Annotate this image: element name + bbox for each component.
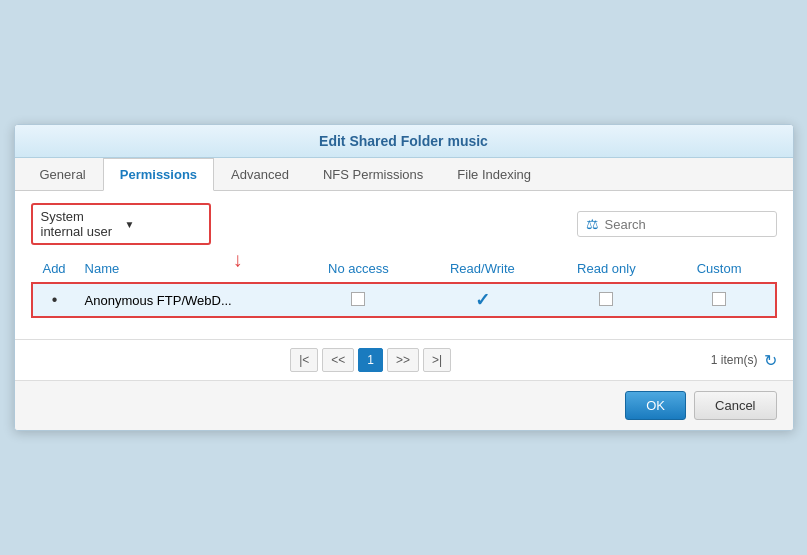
permissions-table: Add Name No access Read/Write Read only [31,255,777,317]
no-access-checkbox[interactable] [351,292,365,306]
row-no-access-cell[interactable] [302,283,415,318]
row-read-only-cell[interactable] [550,283,663,318]
permissions-content: System internal user ▼ ⚖ ↑ Add [15,191,793,329]
col-name[interactable]: Name [77,255,302,283]
row-name-cell: Anonymous FTP/WebD... [77,283,302,318]
row-custom-cell[interactable] [663,283,776,318]
col-custom[interactable]: Custom [663,255,776,283]
pagination-info: 1 item(s) ↻ [711,351,777,370]
search-input[interactable] [605,217,768,232]
pagination-current-button[interactable]: 1 [358,348,383,372]
user-type-dropdown[interactable]: System internal user ▼ [31,203,211,245]
col-read-only[interactable]: Read only [550,255,663,283]
permissions-toolbar: System internal user ▼ ⚖ [31,203,777,245]
row-bullet-cell: • [32,283,77,318]
ok-button[interactable]: OK [625,391,686,420]
tab-general[interactable]: General [23,158,103,191]
col-no-access[interactable]: No access [302,255,415,283]
row-read-write-cell[interactable]: ✓ [415,283,550,318]
search-box: ⚖ [577,211,777,237]
table-header: Add Name No access Read/Write Read only [32,255,776,283]
items-count: 1 item(s) [711,353,758,367]
pagination-prev-button[interactable]: << [322,348,354,372]
arrow-indicator-icon: ↑ [233,251,243,274]
tab-file-indexing[interactable]: File Indexing [440,158,548,191]
pagination-first-button[interactable]: |< [290,348,318,372]
edit-shared-folder-dialog: Edit Shared Folder music General Permiss… [14,124,794,431]
tab-advanced[interactable]: Advanced [214,158,306,191]
read-write-checkbox-checked[interactable]: ✓ [475,290,490,310]
filter-icon: ⚖ [586,216,599,232]
custom-checkbox[interactable] [712,292,726,306]
cancel-button[interactable]: Cancel [694,391,776,420]
pagination-next-button[interactable]: >> [387,348,419,372]
pagination-last-button[interactable]: >| [423,348,451,372]
dropdown-value: System internal user [41,209,117,239]
col-read-write[interactable]: Read/Write [415,255,550,283]
pagination-bar: |< << 1 >> >| 1 item(s) ↻ [15,339,793,380]
dialog-footer: OK Cancel [15,380,793,430]
table-row[interactable]: • Anonymous FTP/WebD... ✓ [32,283,776,318]
dialog-title: Edit Shared Folder music [15,125,793,158]
dropdown-arrow-icon: ▼ [125,219,201,230]
table-container: ↑ Add Name No access [31,255,777,317]
tab-permissions[interactable]: Permissions [103,158,214,191]
refresh-icon[interactable]: ↻ [764,351,777,370]
col-add: Add [32,255,77,283]
pagination-controls: |< << 1 >> >| [31,348,711,372]
table-body: • Anonymous FTP/WebD... ✓ [32,283,776,318]
row-bullet-icon: • [52,291,58,308]
tab-bar: General Permissions Advanced NFS Permiss… [15,158,793,191]
read-only-checkbox[interactable] [599,292,613,306]
tab-nfs-permissions[interactable]: NFS Permissions [306,158,440,191]
